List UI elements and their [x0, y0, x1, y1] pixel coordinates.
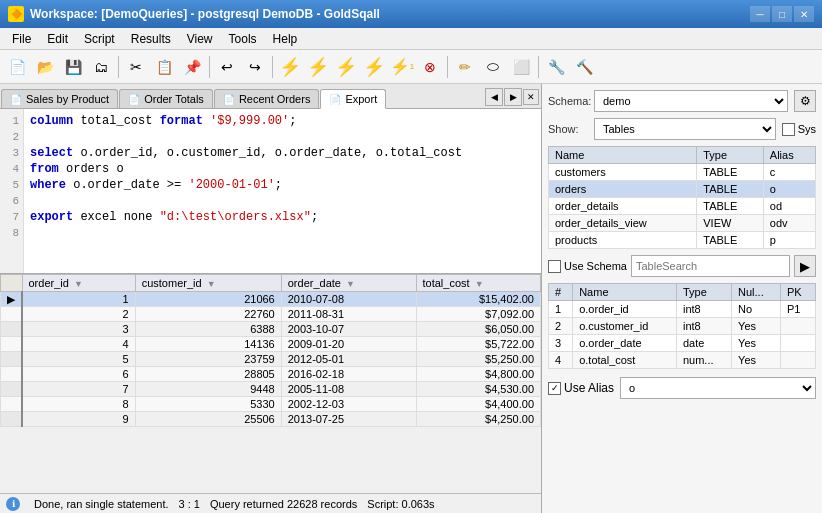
menu-file[interactable]: File — [4, 30, 39, 48]
shape1-button[interactable]: ⬭ — [480, 54, 506, 80]
row-indicator-cell — [1, 322, 23, 337]
run-button-4[interactable]: ⚡ — [361, 54, 387, 80]
col-header-order-date[interactable]: order_date ▼ — [281, 275, 416, 292]
code-area[interactable]: column total_cost format '$9,999.00'; se… — [24, 109, 541, 273]
col-type-header: Type — [676, 284, 731, 301]
col-header-customer-id[interactable]: customer_id ▼ — [135, 275, 281, 292]
tab-label-1: Sales by Product — [26, 93, 109, 105]
tab-export[interactable]: 📄 Export — [320, 89, 386, 109]
schema-select[interactable]: demo — [594, 90, 788, 112]
table-search-input[interactable] — [631, 255, 790, 277]
tab-next-button[interactable]: ▶ — [504, 88, 522, 106]
sys-checkbox-label[interactable]: Sys — [782, 123, 816, 136]
db-table-name: customers — [549, 164, 697, 181]
menu-help[interactable]: Help — [265, 30, 306, 48]
use-alias-label[interactable]: Use Alias — [548, 381, 614, 395]
shape2-button[interactable]: ⬜ — [508, 54, 534, 80]
db-table-row[interactable]: products TABLE p — [549, 232, 816, 249]
tools2-button[interactable]: 🔨 — [571, 54, 597, 80]
run-button-1[interactable]: ⚡ — [277, 54, 303, 80]
tab-close-button[interactable]: ✕ — [523, 89, 539, 105]
undo-button[interactable]: ↩ — [214, 54, 240, 80]
close-button[interactable]: ✕ — [794, 6, 814, 22]
table-row[interactable]: 5 23759 2012-05-01 $5,250.00 — [1, 352, 541, 367]
status-position: 3 : 1 — [179, 498, 200, 510]
db-table-row[interactable]: orders TABLE o — [549, 181, 816, 198]
new-button[interactable]: 📄 — [4, 54, 30, 80]
table-row[interactable]: 3 6388 2003-10-07 $6,050.00 — [1, 322, 541, 337]
run-button-3[interactable]: ⚡ — [333, 54, 359, 80]
order-date-cell: 2016-02-18 — [281, 367, 416, 382]
redo-button[interactable]: ↪ — [242, 54, 268, 80]
results-body: ▶ 1 21066 2010-07-08 $15,402.00 2 22760 … — [1, 292, 541, 427]
menu-results[interactable]: Results — [123, 30, 179, 48]
tab-recent-orders[interactable]: 📄 Recent Orders — [214, 89, 320, 108]
column-row[interactable]: 4 o.total_cost num... Yes — [549, 352, 816, 369]
col-nullable: No — [732, 301, 781, 318]
status-message: Done, ran single statement. — [34, 498, 169, 510]
use-schema-label[interactable]: Use Schema — [548, 260, 627, 273]
title-bar: 🔶 Workspace: [DemoQueries] - postgresql … — [0, 0, 822, 28]
customer-id-cell: 28805 — [135, 367, 281, 382]
sys-checkbox[interactable] — [782, 123, 795, 136]
code-editor[interactable]: 1 2 3 4 5 6 7 8 column total_cost format… — [0, 109, 541, 273]
tools1-button[interactable]: 🔧 — [543, 54, 569, 80]
column-row[interactable]: 1 o.order_id int8 No P1 — [549, 301, 816, 318]
menu-script[interactable]: Script — [76, 30, 123, 48]
table-row[interactable]: 7 9448 2005-11-08 $4,530.00 — [1, 382, 541, 397]
total-cost-cell: $5,250.00 — [416, 352, 541, 367]
col-header-order-id[interactable]: order_id ▼ — [22, 275, 135, 292]
cut-button[interactable]: ✂ — [123, 54, 149, 80]
tab-label-2: Order Totals — [144, 93, 204, 105]
menu-tools[interactable]: Tools — [221, 30, 265, 48]
tab-prev-button[interactable]: ◀ — [485, 88, 503, 106]
db-table-row[interactable]: order_details TABLE od — [549, 198, 816, 215]
run-button-5[interactable]: ⚡1 — [389, 54, 415, 80]
col-header-total-cost[interactable]: total_cost ▼ — [416, 275, 541, 292]
tab-icon-1: 📄 — [10, 94, 22, 105]
menu-edit[interactable]: Edit — [39, 30, 76, 48]
tab-order-totals[interactable]: 📄 Order Totals — [119, 89, 213, 108]
order-date-cell: 2013-07-25 — [281, 412, 416, 427]
order-id-cell: 4 — [22, 337, 135, 352]
show-select[interactable]: Tables — [594, 118, 776, 140]
col-pk-header: PK — [780, 284, 815, 301]
stop-button[interactable]: ⊗ — [417, 54, 443, 80]
customer-id-cell: 25506 — [135, 412, 281, 427]
save-button[interactable]: 💾 — [60, 54, 86, 80]
table-row[interactable]: 9 25506 2013-07-25 $4,250.00 — [1, 412, 541, 427]
tab-icon-3: 📄 — [223, 94, 235, 105]
col-pk: P1 — [780, 301, 815, 318]
use-alias-checkbox[interactable] — [548, 382, 561, 395]
minimize-button[interactable]: ─ — [750, 6, 770, 22]
save-all-button[interactable]: 🗂 — [88, 54, 114, 80]
maximize-button[interactable]: □ — [772, 6, 792, 22]
run-button-2[interactable]: ⚡ — [305, 54, 331, 80]
paste-button[interactable]: 📌 — [179, 54, 205, 80]
db-table-row[interactable]: customers TABLE c — [549, 164, 816, 181]
use-schema-checkbox[interactable] — [548, 260, 561, 273]
db-table-type: TABLE — [697, 232, 764, 249]
edit-button[interactable]: ✏ — [452, 54, 478, 80]
menu-view[interactable]: View — [179, 30, 221, 48]
results-table[interactable]: order_id ▼ customer_id ▼ order_date ▼ to… — [0, 274, 541, 493]
alias-select[interactable]: o — [620, 377, 816, 399]
table-row[interactable]: 8 5330 2002-12-03 $4,400.00 — [1, 397, 541, 412]
table-row[interactable]: 6 28805 2016-02-18 $4,800.00 — [1, 367, 541, 382]
col-nullable: Yes — [732, 318, 781, 335]
table-row[interactable]: ▶ 1 21066 2010-07-08 $15,402.00 — [1, 292, 541, 307]
tab-sales-by-product[interactable]: 📄 Sales by Product — [1, 89, 118, 108]
table-search-button[interactable]: ▶ — [794, 255, 816, 277]
order-id-cell: 8 — [22, 397, 135, 412]
table-row[interactable]: 4 14136 2009-01-20 $5,722.00 — [1, 337, 541, 352]
column-row[interactable]: 2 o.customer_id int8 Yes — [549, 318, 816, 335]
table-row[interactable]: 2 22760 2011-08-31 $7,092.00 — [1, 307, 541, 322]
schema-settings-button[interactable]: ⚙ — [794, 90, 816, 112]
copy-button[interactable]: 📋 — [151, 54, 177, 80]
open-button[interactable]: 📂 — [32, 54, 58, 80]
order-id-cell: 5 — [22, 352, 135, 367]
column-row[interactable]: 3 o.order_date date Yes — [549, 335, 816, 352]
menu-bar: File Edit Script Results View Tools Help — [0, 28, 822, 50]
db-table-row[interactable]: order_details_view VIEW odv — [549, 215, 816, 232]
order-id-cell: 3 — [22, 322, 135, 337]
